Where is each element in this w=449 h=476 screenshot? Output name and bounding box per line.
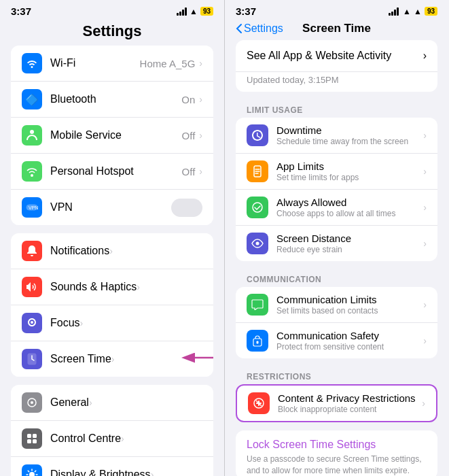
comm-safety-text: Communication Safety Protect from sensit… — [276, 330, 423, 352]
content-privacy-label: Content & Privacy Restrictions — [278, 392, 422, 404]
back-button[interactable]: Settings — [236, 22, 283, 35]
see-all-card: See All App & Website Activity › Updated… — [236, 40, 437, 92]
sounds-icon — [22, 277, 42, 297]
comm-safety-label: Communication Safety — [276, 330, 423, 341]
focus-label: Focus — [50, 317, 80, 329]
settings-row-wifi[interactable]: Wi-Fi Home A_5G › — [11, 46, 213, 82]
always-allowed-sub: Choose apps to allow at all times — [276, 209, 423, 218]
restrictions-card: Content & Privacy Restrictions Block ina… — [236, 384, 437, 422]
svg-point-8 — [31, 401, 33, 404]
network-group: Wi-Fi Home A_5G › 🔷 Bluetooth On › Mobil… — [11, 46, 213, 225]
focus-chevron: › — [80, 318, 84, 328]
always-allowed-icon — [247, 197, 268, 218]
comm-safety-icon — [247, 330, 268, 352]
settings-scroll[interactable]: Wi-Fi Home A_5G › 🔷 Bluetooth On › Mobil… — [0, 46, 224, 476]
content-privacy-row[interactable]: Content & Privacy Restrictions Block ina… — [237, 386, 436, 421]
general-chevron: › — [89, 397, 92, 408]
always-allowed-chevron: › — [423, 202, 427, 213]
time-right: 3:37 — [236, 5, 256, 17]
control-icon — [22, 428, 42, 449]
screen-distance-row[interactable]: Screen Distance Reduce eye strain › — [236, 226, 437, 261]
sounds-label: Sounds & Haptics — [50, 281, 137, 293]
status-icons-right: ▲ ▲ 93 — [389, 7, 437, 16]
downtime-row[interactable]: Downtime Schedule time away from the scr… — [236, 118, 437, 154]
wifi-chevron: › — [199, 58, 202, 69]
vpn-icon: VPN — [22, 197, 42, 218]
settings-row-vpn[interactable]: VPN VPN — [11, 190, 213, 225]
applimits-chevron: › — [423, 166, 427, 177]
mobile-label: Mobile Service — [50, 129, 122, 141]
status-bar-right: 3:37 ▲ ▲ 93 — [225, 0, 448, 20]
back-label: Settings — [244, 22, 283, 35]
settings-row-hotspot[interactable]: Personal Hotspot Off › — [11, 154, 213, 190]
screentime-scroll[interactable]: See All App & Website Activity › Updated… — [225, 40, 448, 476]
always-allowed-label: Always Allowed — [276, 197, 423, 208]
settings-row-general[interactable]: General › — [11, 385, 213, 421]
comm-limits-row[interactable]: Communication Limits Set limits based on… — [236, 287, 437, 323]
wifi-label: Wi-Fi — [50, 57, 75, 69]
location-icon: ▲ — [403, 7, 411, 16]
screentime-label: Screen Time — [50, 353, 111, 365]
always-allowed-text: Always Allowed Choose apps to allow at a… — [276, 197, 423, 218]
signal-icon — [177, 7, 187, 16]
display-chevron: › — [151, 469, 154, 476]
downtime-chevron: › — [423, 130, 427, 141]
comm-safety-sub: Protect from sensitive content — [276, 342, 423, 352]
hotspot-icon — [22, 161, 42, 182]
content-privacy-icon — [248, 392, 270, 414]
display-label: Display & Brightness — [50, 469, 151, 476]
lock-screen-desc: Use a passcode to secure Screen Time set… — [247, 454, 427, 476]
see-all-row[interactable]: See All App & Website Activity › — [236, 40, 437, 72]
comm-limits-chevron: › — [423, 299, 427, 310]
lock-screen-section: Lock Screen Time Settings Use a passcode… — [236, 430, 437, 476]
screen-distance-label: Screen Distance — [276, 233, 423, 244]
time-left: 3:37 — [11, 5, 31, 17]
screentime-icon — [22, 349, 42, 369]
general-label: General — [50, 396, 89, 409]
comm-safety-row[interactable]: Communication Safety Protect from sensit… — [236, 323, 437, 358]
always-allowed-row[interactable]: Always Allowed Choose apps to allow at a… — [236, 190, 437, 226]
mobile-value: Off — [182, 130, 196, 141]
svg-rect-24 — [257, 341, 259, 344]
sounds-chevron: › — [137, 282, 140, 292]
applimits-label: App Limits — [276, 160, 423, 172]
limit-usage-label: LIMIT USAGE — [225, 100, 448, 118]
notifications-chevron: › — [109, 245, 113, 256]
settings-row-mobile[interactable]: Mobile Service Off › — [11, 118, 213, 154]
notifications-icon — [22, 241, 42, 261]
notifications-label: Notifications — [50, 245, 109, 257]
settings-row-screentime[interactable]: Screen Time › — [11, 341, 213, 377]
vpn-toggle[interactable] — [171, 199, 202, 217]
screen-distance-sub: Reduce eye strain — [276, 245, 423, 254]
lock-screen-title[interactable]: Lock Screen Time Settings — [247, 439, 427, 451]
comm-label: COMMUNICATION — [225, 269, 448, 287]
mobile-icon — [22, 125, 42, 146]
hotspot-chevron: › — [199, 166, 202, 177]
display-icon — [22, 464, 42, 476]
restrictions-label: RESTRICTIONS — [225, 367, 448, 384]
vpn-label: VPN — [50, 201, 73, 214]
svg-rect-9 — [27, 434, 31, 438]
mobile-chevron: › — [199, 130, 202, 141]
see-all-chevron: › — [423, 50, 427, 62]
settings-row-focus[interactable]: Focus › — [11, 305, 213, 341]
comm-limits-icon — [247, 294, 268, 316]
updated-subtitle: Updated today, 3:15PM — [236, 72, 437, 92]
applimits-icon — [247, 160, 268, 182]
settings-row-control[interactable]: Control Centre › — [11, 421, 213, 457]
display-group: General › Control Centre › Display & Bri… — [11, 385, 213, 476]
downtime-label: Downtime — [276, 124, 423, 136]
applimits-row[interactable]: App Limits Set time limits for apps › — [236, 154, 437, 190]
svg-point-22 — [256, 242, 259, 245]
settings-row-notifications[interactable]: Notifications › — [11, 233, 213, 269]
content-privacy-sub: Block inappropriate content — [278, 405, 422, 414]
settings-row-bluetooth[interactable]: 🔷 Bluetooth On › — [11, 82, 213, 118]
settings-row-sounds[interactable]: Sounds & Haptics › — [11, 269, 213, 305]
comm-limits-label: Communication Limits — [276, 294, 423, 305]
bluetooth-value: On — [181, 94, 195, 105]
battery-right: 93 — [425, 7, 437, 16]
settings-row-display[interactable]: Display & Brightness › — [11, 457, 213, 476]
signal-icon-right — [389, 7, 399, 16]
svg-rect-12 — [33, 439, 37, 443]
wifi-icon — [22, 53, 42, 73]
